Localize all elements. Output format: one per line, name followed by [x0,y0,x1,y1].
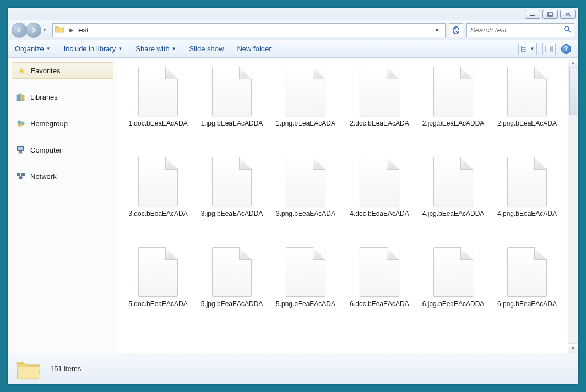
file-name: 3.jpg.bEeaEAcADDA [201,210,263,218]
file-icon [507,67,547,116]
breadcrumb[interactable]: ▶ test ▼ [52,23,446,37]
file-icon [286,67,325,116]
search-icon[interactable] [563,25,571,35]
scroll-thumb[interactable] [569,68,577,115]
organize-label: Organize [15,45,44,53]
file-name: 4.doc.bEeaEAcADA [350,210,409,218]
scroll-up-button[interactable]: ▲ [568,58,578,68]
file-icon [433,67,473,116]
file-item[interactable]: 6.doc.bEeaEAcADA [343,245,416,333]
file-icon [286,157,325,206]
file-item[interactable]: 2.jpg.bEeaEAcADDA [417,64,490,153]
content-area: 1.doc.bEeaEAcADA1.jpg.bEeaEAcADDA1.png.b… [117,58,578,353]
svg-rect-9 [522,50,525,51]
file-icon [212,247,252,297]
minimize-button[interactable] [525,10,540,19]
sidebar-item-network[interactable]: Network [8,168,117,184]
vertical-scrollbar[interactable]: ▲ ▼ [568,58,578,353]
breadcrumb-dropdown-icon[interactable]: ▼ [431,28,443,33]
file-icon [507,157,547,206]
maximize-button[interactable] [542,10,558,19]
file-item[interactable]: 5.doc.bEeaEAcADA [122,245,194,333]
view-options-button[interactable]: ▼ [518,43,537,55]
file-name: 4.png.bEeaEAcADA [497,210,557,218]
svg-point-4 [565,26,569,31]
help-button[interactable]: ? [561,44,571,54]
sidebar-label: Favorites [31,67,60,75]
file-item[interactable]: 1.doc.bEeaEAcADA [122,64,194,153]
sidebar-item-homegroup[interactable]: Homegroup [8,115,117,132]
svg-rect-15 [22,95,24,101]
include-label: Include in library [64,45,116,53]
file-item[interactable]: 5.png.bEeaEAcADA [269,245,342,333]
file-name: 2.png.bEeaEAcADA [497,119,557,128]
file-icon [360,247,399,297]
titlebar [8,8,578,20]
sidebar-label: Homegroup [30,119,68,128]
svg-rect-8 [522,48,525,49]
file-item[interactable]: 2.doc.bEeaEAcADA [343,64,416,153]
file-item[interactable]: 4.doc.bEeaEAcADA [343,155,416,243]
share-with-menu[interactable]: Share with▼ [135,45,176,53]
file-name: 2.jpg.bEeaEAcADDA [422,119,485,128]
file-grid[interactable]: 1.doc.bEeaEAcADA1.jpg.bEeaEAcADDA1.png.b… [117,58,568,353]
sidebar-item-computer[interactable]: Computer [8,141,117,158]
nav-history-dropdown[interactable]: ▼ [42,28,49,32]
share-label: Share with [135,45,169,53]
refresh-button[interactable] [449,23,463,37]
network-icon [16,171,26,181]
search-input[interactable] [470,26,563,34]
navigation-pane: ★ Favorites Libraries Homegroup [8,58,117,353]
sidebar-label: Network [30,172,57,181]
preview-pane-button[interactable] [542,43,556,55]
file-item[interactable]: 4.png.bEeaEAcADA [491,155,563,243]
svg-rect-14 [19,94,21,101]
svg-rect-23 [17,173,20,176]
file-item[interactable]: 5.jpg.bEeaEAcADDA [196,245,268,333]
computer-icon [16,145,26,155]
back-button[interactable] [12,23,27,38]
slideshow-button[interactable]: Slide show [189,45,224,53]
svg-line-5 [568,30,571,32]
search-box[interactable] [466,23,574,37]
new-folder-button[interactable]: New folder [237,45,271,53]
slideshow-label: Slide show [189,45,224,53]
organize-menu[interactable]: Organize▼ [15,45,51,53]
forward-button[interactable] [26,23,41,38]
scroll-down-button[interactable]: ▼ [568,343,578,353]
file-name: 3.doc.bEeaEAcADA [128,210,187,218]
svg-line-26 [18,176,21,177]
file-item[interactable]: 6.png.bEeaEAcADA [491,245,563,333]
file-item[interactable]: 2.png.bEeaEAcADA [491,64,563,153]
svg-line-27 [21,176,24,177]
file-item[interactable]: 3.jpg.bEeaEAcADDA [196,155,268,243]
file-item[interactable]: 1.jpg.bEeaEAcADDA [196,64,268,153]
file-name: 3.png.bEeaEAcADA [276,210,335,218]
file-item[interactable]: 4.jpg.bEeaEAcADDA [417,155,490,243]
status-bar: 151 items [8,353,578,384]
sidebar-item-libraries[interactable]: Libraries [8,89,117,105]
file-name: 6.png.bEeaEAcADA [497,300,557,308]
file-name: 5.doc.bEeaEAcADA [128,300,187,308]
file-item[interactable]: 1.png.bEeaEAcADA [269,64,342,153]
explorer-window: ▼ ▶ test ▼ Organize▼ Include in library▼ [8,8,578,384]
close-button[interactable] [560,10,576,19]
svg-rect-22 [18,153,23,154]
newfolder-label: New folder [237,45,271,53]
file-name: 4.jpg.bEeaEAcADDA [422,210,485,218]
sidebar-item-favorites[interactable]: ★ Favorites [12,62,113,79]
file-icon [360,157,399,206]
file-item[interactable]: 3.png.bEeaEAcADA [269,155,342,243]
folder-large-icon [15,357,41,381]
file-name: 1.jpg.bEeaEAcADDA [201,119,263,128]
breadcrumb-location[interactable]: test [77,26,89,34]
include-in-library-menu[interactable]: Include in library▼ [64,45,123,53]
file-icon [138,67,178,116]
svg-rect-25 [19,177,23,179]
svg-rect-7 [522,46,525,47]
svg-rect-12 [551,47,552,51]
file-icon [286,247,325,297]
file-item[interactable]: 3.doc.bEeaEAcADA [122,155,194,243]
svg-rect-13 [17,95,19,101]
file-item[interactable]: 6.jpg.bEeaEAcADDA [417,245,490,333]
